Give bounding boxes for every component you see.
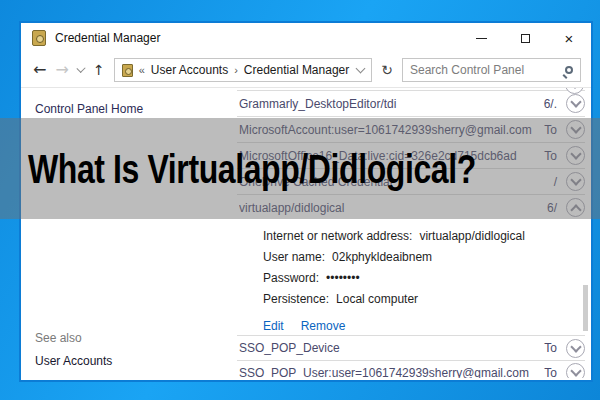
up-button[interactable]: ↑ bbox=[93, 63, 105, 77]
credential-row-sso-pop-device[interactable]: SSO_POP_Device To bbox=[237, 335, 585, 360]
detail-actions: EditRemove bbox=[263, 316, 585, 334]
window-title: Credential Manager bbox=[55, 31, 160, 45]
detail-address-label: Internet or network address: bbox=[263, 229, 412, 243]
credential-row-sso-pop-user[interactable]: SSO_POP_User:user=1061742939sherry@gmail… bbox=[237, 360, 585, 378]
detail-password-label: Password: bbox=[263, 271, 319, 285]
address-bar[interactable]: « User Accounts › Credential Manager bbox=[114, 58, 373, 82]
address-safe-icon bbox=[122, 64, 133, 77]
breadcrumb-user-accounts[interactable]: User Accounts bbox=[151, 63, 228, 77]
detail-address: Internet or network address:virtualapp/d… bbox=[263, 229, 585, 250]
credential-details-panel: Internet or network address:virtualapp/d… bbox=[237, 220, 585, 335]
detail-persistence-label: Persistence: bbox=[263, 292, 329, 306]
sidebar-item-user-accounts[interactable]: User Accounts bbox=[35, 354, 112, 368]
breadcrumb-credential-manager[interactable]: Credential Manager bbox=[244, 63, 349, 77]
search-box[interactable] bbox=[402, 58, 581, 82]
caption-overlay-band: What Is Virtualapp/Didlogical? bbox=[0, 118, 600, 219]
credential-row-grammarly[interactable]: Grammarly_DesktopEditor/tdi 6/. bbox=[237, 90, 585, 116]
edit-link[interactable]: Edit bbox=[263, 319, 284, 333]
detail-password-value: •••••••• bbox=[326, 271, 360, 285]
remove-link[interactable]: Remove bbox=[301, 319, 346, 333]
credential-name: SSO_POP_User:user=1061742939sherry@gmail… bbox=[239, 366, 536, 379]
credential-modified: To bbox=[544, 341, 557, 355]
detail-persistence: Persistence:Local computer bbox=[263, 292, 585, 313]
credential-modified: To bbox=[544, 366, 557, 379]
refresh-button[interactable]: ↻ bbox=[381, 62, 393, 78]
title-bar[interactable]: Credential Manager × bbox=[21, 23, 591, 53]
address-dropdown-icon[interactable] bbox=[356, 63, 366, 73]
desktop: Credential Manager × ← → ↑ « bbox=[0, 0, 600, 400]
sidebar-item-control-panel-home[interactable]: Control Panel Home bbox=[35, 102, 143, 116]
breadcrumb-prefix: « bbox=[139, 64, 145, 76]
forward-button[interactable]: → bbox=[55, 62, 68, 78]
close-button[interactable]: × bbox=[547, 23, 591, 53]
credential-modified: 6/. bbox=[544, 97, 557, 111]
minimize-icon bbox=[476, 38, 487, 39]
detail-persistence-value: Local computer bbox=[336, 292, 418, 306]
detail-password: Password:•••••••• bbox=[263, 271, 585, 292]
minimize-button[interactable] bbox=[459, 23, 503, 53]
breadcrumb-separator: › bbox=[234, 64, 238, 76]
close-icon: × bbox=[565, 31, 574, 46]
detail-username: User name:02kphykldeaibnem bbox=[263, 250, 585, 271]
detail-username-label: User name: bbox=[263, 250, 325, 264]
detail-address-value: virtualapp/didlogical bbox=[419, 229, 524, 243]
chevron-down-icon[interactable] bbox=[566, 363, 585, 378]
navigation-toolbar: ← → ↑ « User Accounts › Credential Manag… bbox=[21, 53, 591, 88]
chevron-down-icon[interactable] bbox=[566, 339, 585, 358]
maximize-icon bbox=[521, 34, 530, 43]
credential-name: SSO_POP_Device bbox=[239, 341, 536, 355]
window-controls: × bbox=[459, 23, 591, 53]
caption-title: What Is Virtualapp/Didlogical? bbox=[28, 146, 476, 191]
back-button[interactable]: ← bbox=[33, 62, 46, 78]
search-icon bbox=[565, 66, 573, 74]
search-input[interactable] bbox=[410, 63, 565, 77]
detail-username-value: 02kphykldeaibnem bbox=[332, 250, 432, 264]
maximize-button[interactable] bbox=[503, 23, 547, 53]
see-also-label: See also bbox=[35, 331, 82, 345]
credential-name: Grammarly_DesktopEditor/tdi bbox=[239, 97, 536, 111]
credential-manager-safe-icon bbox=[32, 30, 46, 46]
chevron-down-icon[interactable] bbox=[566, 94, 585, 113]
recent-pages-dropdown-icon[interactable] bbox=[76, 63, 85, 72]
vertical-scrollbar[interactable] bbox=[583, 285, 588, 331]
